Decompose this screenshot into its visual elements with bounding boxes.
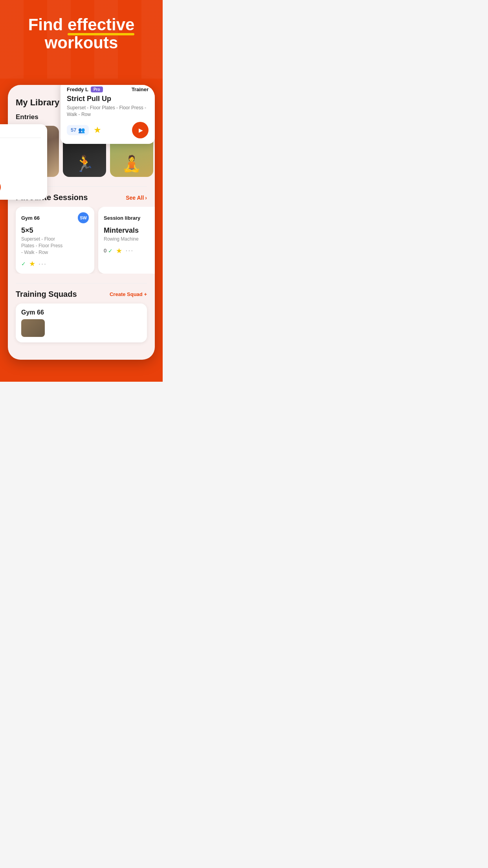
popup-star-icon[interactable]: ★ (94, 125, 101, 135)
left-workout-name: p! (0, 140, 41, 146)
session-workout-name-1: 5×5 (21, 226, 89, 235)
hero-highlight: effective (68, 16, 134, 34)
pro-badge: Pro (91, 86, 103, 92)
session-gym-1: Gym 66 (21, 215, 40, 221)
create-squad-button[interactable]: Create Squad + (110, 291, 147, 297)
squad-card-1[interactable]: Gym 66 (16, 303, 147, 342)
session-workout-name-2: Mintervals (104, 226, 155, 235)
left-workout-desc: ell) -Inclinebell) -+ - Ab- (0, 147, 41, 177)
session-more-1[interactable]: ··· (39, 260, 47, 268)
popup-workout-desc: Superset - Floor Plates - Floor Press - … (67, 105, 149, 118)
sessions-scroll[interactable]: Gym 66 SW 5×5 Superset - FloorPlates - F… (8, 207, 155, 274)
favourite-sessions-section: Favourite Sessions See All › Gym 66 SW 5… (8, 193, 155, 274)
count-number: 57 (71, 127, 76, 133)
session-card-2[interactable]: Session library 👩 Mintervals Rowing Mach… (98, 207, 155, 274)
session-card-1[interactable]: Gym 66 SW 5×5 Superset - FloorPlates - F… (16, 207, 94, 274)
hero-section: Find effectiveworkouts (0, 0, 163, 79)
squad-name-1: Gym 66 (21, 309, 141, 316)
count-badge: 57 👥 (67, 125, 89, 135)
session-more-2[interactable]: ··· (125, 246, 134, 255)
left-session-card[interactable]: ym66 p! ell) -Inclinebell) -+ - Ab- ★ (0, 124, 47, 200)
session-gym-2: Session library (104, 215, 140, 221)
session-star-2[interactable]: ★ (116, 246, 122, 255)
session-count-2: 0 ✓ (104, 248, 113, 254)
chevron-right-icon: › (145, 195, 147, 201)
popup-username: Freddy L (67, 86, 88, 92)
squads-title: Training Squads (16, 290, 77, 299)
session-avatar-1: SW (78, 212, 89, 223)
trainer-popup-card[interactable]: Freddy L Pro Trainer Strict Pull Up Supe… (61, 85, 155, 144)
hero-title: Find effectiveworkouts (9, 16, 153, 52)
session-check-1: ✓ (21, 261, 26, 267)
popup-play-button[interactable] (132, 122, 149, 138)
people-icon: 👥 (78, 127, 85, 133)
hero-title-text: Find effectiveworkouts (28, 15, 135, 52)
session-workout-desc-1: Superset - FloorPlates - Floor Press- Wa… (21, 236, 89, 256)
see-all-button[interactable]: See All › (126, 195, 147, 201)
session-workout-desc-2: Rowing Machine (104, 236, 155, 243)
popup-workout-title: Strict Pull Up (67, 95, 149, 103)
session-star-1[interactable]: ★ (29, 259, 35, 268)
left-gym-name: ym66 (0, 130, 41, 136)
left-play-button[interactable] (0, 180, 1, 194)
training-squads-section: Training Squads Create Squad + Gym 66 (8, 290, 155, 350)
trainer-label: Trainer (132, 86, 149, 92)
